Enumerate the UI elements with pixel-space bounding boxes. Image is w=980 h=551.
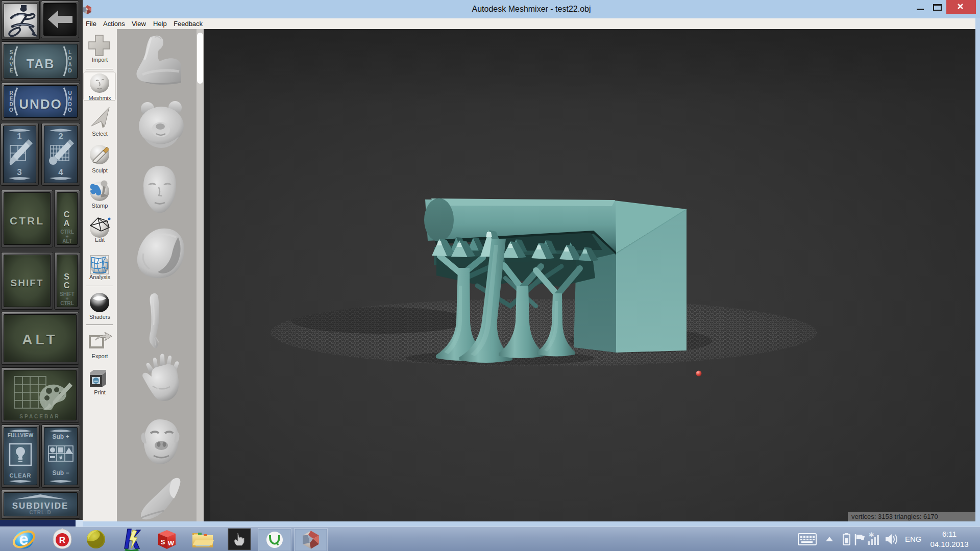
svg-text:W: W xyxy=(168,539,175,547)
svg-text:FULLVIEW: FULLVIEW xyxy=(8,433,34,438)
svg-text:R: R xyxy=(59,535,65,545)
svg-text:SPACEBAR: SPACEBAR xyxy=(19,414,60,419)
svg-text:CTRL-D: CTRL-D xyxy=(29,510,51,515)
svg-text:✱: ✱ xyxy=(869,531,874,539)
svg-text:1: 1 xyxy=(17,132,21,141)
svg-text:Sub −: Sub − xyxy=(52,469,69,477)
svg-text:4: 4 xyxy=(58,167,63,177)
svg-text:3: 3 xyxy=(17,167,21,177)
svg-text:S: S xyxy=(161,538,165,546)
svg-text:Sub +: Sub + xyxy=(52,433,69,440)
svg-text:2: 2 xyxy=(58,132,63,141)
svg-text:CLEAR: CLEAR xyxy=(10,472,32,479)
